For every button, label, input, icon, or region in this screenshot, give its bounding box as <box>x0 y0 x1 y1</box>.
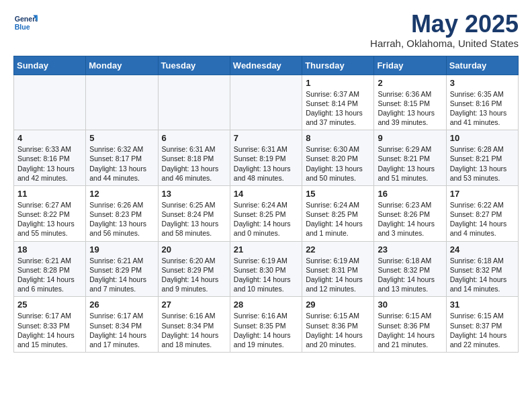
day-info-line: Sunset: 8:24 PM <box>162 210 226 219</box>
day-info-line: Daylight: 14 hours <box>450 219 515 228</box>
day-info-line: Sunrise: 6:31 AM <box>162 144 226 154</box>
day-info-line: Daylight: 14 hours <box>450 330 515 340</box>
day-info-line: and 15 minutes. <box>17 340 82 349</box>
location: Harrah, Oklahoma, United States <box>370 38 519 49</box>
day-info-line: Sunrise: 6:26 AM <box>89 200 154 210</box>
calendar-cell: 14Sunrise: 6:24 AMSunset: 8:25 PMDayligh… <box>230 185 302 241</box>
calendar-cell: 16Sunrise: 6:23 AMSunset: 8:26 PMDayligh… <box>374 185 446 241</box>
day-number: 14 <box>234 189 298 199</box>
day-number: 25 <box>17 300 82 310</box>
day-number: 12 <box>89 189 154 199</box>
day-info-line: and 48 minutes. <box>234 173 298 183</box>
day-number: 28 <box>234 300 298 310</box>
calendar-cell: 13Sunrise: 6:25 AMSunset: 8:24 PMDayligh… <box>158 185 230 241</box>
day-info-line: Sunset: 8:15 PM <box>378 99 442 108</box>
calendar-cell: 26Sunrise: 6:17 AMSunset: 8:34 PMDayligh… <box>86 297 158 353</box>
svg-text:Blue: Blue <box>15 23 30 31</box>
day-info-line: and 13 minutes. <box>378 284 442 293</box>
calendar-week-row: 18Sunrise: 6:21 AMSunset: 8:28 PMDayligh… <box>14 241 519 297</box>
day-info-line: Sunrise: 6:17 AM <box>17 311 82 320</box>
calendar-cell: 7Sunrise: 6:31 AMSunset: 8:19 PMDaylight… <box>230 130 302 186</box>
calendar-cell: 9Sunrise: 6:29 AMSunset: 8:21 PMDaylight… <box>374 130 446 186</box>
day-info-line: and 51 minutes. <box>378 173 442 183</box>
day-info-line: and 1 minute. <box>306 228 370 238</box>
day-info-line: Sunrise: 6:16 AM <box>234 311 298 320</box>
day-info-line: and 37 minutes. <box>306 118 370 127</box>
day-info-line: Sunrise: 6:17 AM <box>89 311 154 320</box>
day-info-line: Sunrise: 6:25 AM <box>162 200 226 210</box>
day-info-line: Daylight: 14 hours <box>234 275 298 284</box>
day-info-line: and 39 minutes. <box>378 118 442 127</box>
calendar-cell: 17Sunrise: 6:22 AMSunset: 8:27 PMDayligh… <box>446 185 518 241</box>
day-info-line: Sunrise: 6:35 AM <box>450 89 515 99</box>
day-info-line: Sunrise: 6:37 AM <box>306 89 370 99</box>
day-number: 1 <box>306 78 370 88</box>
day-info-line: Daylight: 13 hours <box>450 164 515 173</box>
calendar-header-wednesday: Wednesday <box>230 56 302 75</box>
day-number: 9 <box>378 133 442 143</box>
day-info-line: and 22 minutes. <box>450 340 515 349</box>
calendar-cell: 18Sunrise: 6:21 AMSunset: 8:28 PMDayligh… <box>14 241 86 297</box>
day-number: 13 <box>162 189 226 199</box>
day-info-line: Sunset: 8:20 PM <box>306 154 370 163</box>
day-info-line: Sunset: 8:22 PM <box>17 210 82 219</box>
day-info-line: and 19 minutes. <box>234 340 298 349</box>
calendar-cell <box>86 75 158 130</box>
day-number: 22 <box>306 244 370 255</box>
day-info-line: Sunset: 8:32 PM <box>378 265 442 275</box>
day-info-line: Sunset: 8:18 PM <box>162 154 226 163</box>
day-info-line: Daylight: 14 hours <box>234 330 298 340</box>
day-info-line: Sunset: 8:29 PM <box>89 265 154 275</box>
day-info-line: Daylight: 13 hours <box>234 164 298 173</box>
calendar-cell <box>158 75 230 130</box>
day-number: 21 <box>234 244 298 255</box>
day-info-line: Sunset: 8:26 PM <box>378 210 442 219</box>
day-info-line: Sunrise: 6:24 AM <box>306 200 370 210</box>
day-info-line: Sunrise: 6:24 AM <box>234 200 298 210</box>
day-number: 30 <box>378 300 442 310</box>
day-number: 23 <box>378 244 442 255</box>
day-info-line: Sunrise: 6:23 AM <box>378 200 442 210</box>
calendar-cell: 31Sunrise: 6:15 AMSunset: 8:37 PMDayligh… <box>446 297 518 353</box>
calendar-header-monday: Monday <box>86 56 158 75</box>
page: General Blue May 2025 Harrah, Oklahoma, … <box>0 0 532 363</box>
day-info-line: Daylight: 14 hours <box>17 275 82 284</box>
day-info-line: Sunrise: 6:31 AM <box>234 144 298 154</box>
day-info-line: Daylight: 13 hours <box>89 164 154 173</box>
day-number: 2 <box>378 78 442 88</box>
day-info-line: Sunrise: 6:29 AM <box>378 144 442 154</box>
day-number: 3 <box>450 78 515 88</box>
day-info-line: Sunset: 8:34 PM <box>89 321 154 330</box>
day-info-line: and 42 minutes. <box>17 173 82 183</box>
day-info-line: Sunrise: 6:21 AM <box>17 256 82 265</box>
day-info-line: and 9 minutes. <box>162 284 226 293</box>
day-info-line: and 0 minutes. <box>234 228 298 238</box>
day-info-line: Sunrise: 6:36 AM <box>378 89 442 99</box>
day-info-line: Sunset: 8:33 PM <box>17 321 82 330</box>
day-info-line: Sunrise: 6:18 AM <box>378 256 442 265</box>
day-info-line: and 6 minutes. <box>17 284 82 293</box>
day-info-line: and 41 minutes. <box>450 118 515 127</box>
day-info-line: Sunrise: 6:19 AM <box>234 256 298 265</box>
calendar-cell: 1Sunrise: 6:37 AMSunset: 8:14 PMDaylight… <box>302 75 374 130</box>
calendar-week-row: 11Sunrise: 6:27 AMSunset: 8:22 PMDayligh… <box>14 185 519 241</box>
day-info-line: Daylight: 14 hours <box>89 275 154 284</box>
calendar-week-row: 1Sunrise: 6:37 AMSunset: 8:14 PMDaylight… <box>14 75 519 130</box>
day-number: 31 <box>450 300 515 310</box>
day-info-line: Sunrise: 6:28 AM <box>450 144 515 154</box>
day-number: 7 <box>234 133 298 143</box>
day-info-line: Sunset: 8:30 PM <box>234 265 298 275</box>
calendar-week-row: 25Sunrise: 6:17 AMSunset: 8:33 PMDayligh… <box>14 297 519 353</box>
day-info-line: Daylight: 14 hours <box>306 275 370 284</box>
day-number: 6 <box>162 133 226 143</box>
day-info-line: Daylight: 14 hours <box>306 219 370 228</box>
calendar-cell: 5Sunrise: 6:32 AMSunset: 8:17 PMDaylight… <box>86 130 158 186</box>
day-info-line: and 58 minutes. <box>162 228 226 238</box>
day-info-line: and 55 minutes. <box>17 228 82 238</box>
day-info-line: and 56 minutes. <box>89 228 154 238</box>
day-number: 5 <box>89 133 154 143</box>
calendar-cell: 23Sunrise: 6:18 AMSunset: 8:32 PMDayligh… <box>374 241 446 297</box>
day-info-line: Sunrise: 6:21 AM <box>89 256 154 265</box>
day-info-line: Sunset: 8:35 PM <box>234 321 298 330</box>
day-info-line: Sunset: 8:19 PM <box>234 154 298 163</box>
